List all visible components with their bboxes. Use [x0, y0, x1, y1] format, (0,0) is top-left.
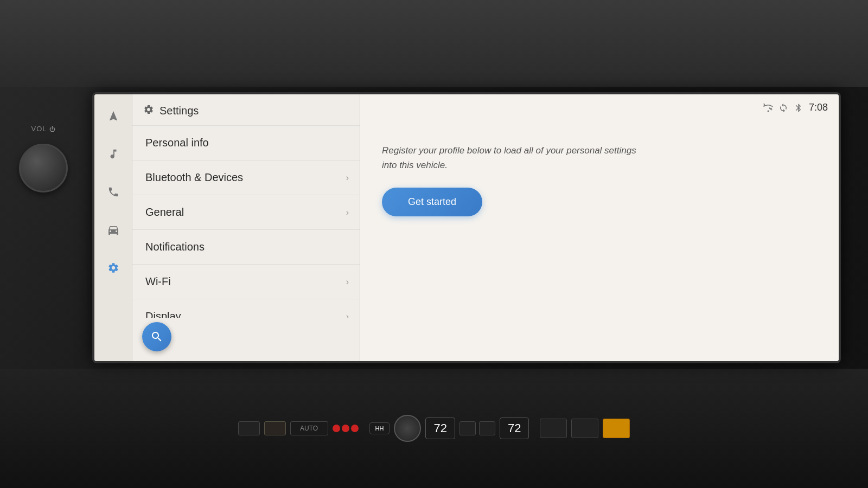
settings-menu: Personal info Bluetooth & Devices › Gene… [132, 126, 360, 318]
wifi-arrow-icon: › [346, 277, 349, 287]
bottom-controls: AUTO HH 72 72 [0, 369, 868, 488]
settings-header: Settings [132, 94, 360, 126]
display-arrow-icon: › [346, 312, 349, 318]
center-controls: HH 72 72 [369, 415, 529, 442]
left-controls: AUTO [238, 421, 359, 435]
menu-item-bluetooth[interactable]: Bluetooth & Devices › [132, 160, 360, 195]
settings-sidebar-icon[interactable] [103, 257, 124, 279]
right-temp: 72 [500, 418, 529, 439]
settings-panel: Settings Personal info Bluetooth & Devic… [132, 94, 360, 361]
sync-icon [778, 103, 788, 113]
icon-sidebar [94, 94, 132, 361]
menu-item-label-personal-info: Personal info [145, 137, 209, 149]
right-controls [540, 419, 630, 438]
menu-item-general[interactable]: General › [132, 195, 360, 230]
music-sidebar-icon[interactable] [103, 143, 124, 165]
settings-header-icon [143, 104, 154, 118]
search-fab-button[interactable] [142, 322, 171, 351]
infotainment-screen: Settings Personal info Bluetooth & Devic… [92, 92, 841, 363]
menu-item-label-general: General [145, 206, 184, 219]
settings-title: Settings [159, 105, 199, 117]
nav-sidebar-icon[interactable] [103, 105, 124, 127]
status-time: 7:08 [809, 102, 828, 113]
status-bar: 7:08 [763, 102, 828, 113]
wifi-off-icon [763, 103, 773, 113]
left-temp: 72 [425, 418, 455, 439]
volume-area: VOL ⏻ [0, 108, 87, 380]
menu-item-personal-info[interactable]: Personal info [132, 126, 360, 160]
menu-item-label-display: Display [145, 310, 181, 318]
car-sidebar-icon[interactable] [103, 219, 124, 241]
menu-item-notifications[interactable]: Notifications [132, 230, 360, 265]
phone-sidebar-icon[interactable] [103, 181, 124, 203]
menu-item-display[interactable]: Display › [132, 299, 360, 318]
general-arrow-icon: › [346, 208, 349, 217]
menu-item-label-notifications: Notifications [145, 241, 205, 253]
get-started-button[interactable]: Get started [382, 188, 482, 216]
content-description: Register your profile below to load all … [382, 143, 642, 172]
bluetooth-icon [794, 103, 803, 113]
vol-label: VOL ⏻ [31, 125, 55, 133]
volume-knob[interactable] [19, 144, 68, 192]
menu-item-label-bluetooth: Bluetooth & Devices [145, 171, 243, 184]
bluetooth-arrow-icon: › [346, 173, 349, 183]
menu-item-wifi[interactable]: Wi-Fi › [132, 265, 360, 299]
content-panel: 7:08 Register your profile below to load… [360, 94, 839, 361]
dashboard-top [0, 0, 868, 87]
menu-item-label-wifi: Wi-Fi [145, 275, 171, 288]
